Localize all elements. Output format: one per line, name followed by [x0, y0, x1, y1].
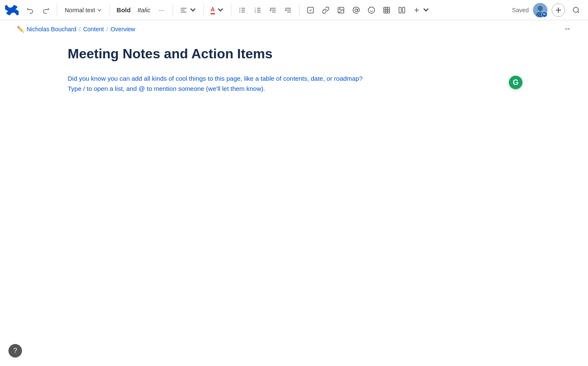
more-icon: ···: [159, 7, 164, 14]
breadcrumb-space[interactable]: Content: [83, 26, 104, 33]
grammarly-button[interactable]: G: [509, 76, 522, 89]
page-title[interactable]: Meeting Notes and Action Items: [68, 46, 520, 62]
numbered-list-button[interactable]: 123: [251, 3, 264, 17]
expand-button[interactable]: ↔: [563, 25, 571, 33]
svg-point-7: [239, 9, 240, 10]
svg-text:3: 3: [254, 11, 256, 13]
svg-point-25: [368, 7, 374, 13]
divider-5: [231, 4, 231, 16]
svg-point-8: [239, 11, 240, 12]
outdent-button[interactable]: [266, 3, 280, 17]
toolbar: Normal text Bold Italic ··· A 123: [0, 0, 588, 20]
redo-button[interactable]: [39, 3, 52, 17]
bold-button[interactable]: Bold: [114, 3, 133, 17]
breadcrumb-bar: ✏️ Nicholas Bouchard / Content / Overvie…: [0, 20, 588, 38]
avatar-wrapper[interactable]: N: [533, 3, 547, 17]
svg-point-24: [355, 9, 357, 11]
breadcrumb: ✏️ Nicholas Bouchard / Content / Overvie…: [17, 26, 135, 33]
search-button[interactable]: [569, 3, 583, 17]
hint-line2: Type / to open a list, and @ to mention …: [68, 85, 265, 92]
page-hint-text: Did you know you can add all kinds of co…: [68, 74, 376, 94]
italic-button[interactable]: Italic: [135, 3, 153, 17]
divider-1: [57, 4, 57, 16]
table-button[interactable]: [380, 3, 393, 17]
italic-icon: Italic: [137, 6, 151, 14]
hint-line1: Did you know you can add all kinds of co…: [68, 75, 363, 82]
svg-point-38: [538, 6, 543, 11]
task-button[interactable]: [304, 3, 317, 17]
help-icon: ?: [14, 347, 17, 355]
avatar-badge: N: [541, 11, 547, 17]
mention-button[interactable]: [349, 3, 363, 17]
columns-button[interactable]: [395, 3, 409, 17]
expand-icon: ↔: [563, 25, 571, 33]
breadcrumb-current-page: Overview: [110, 26, 135, 33]
svg-rect-28: [384, 7, 390, 13]
divider-3: [173, 4, 173, 16]
saved-status: Saved: [512, 7, 529, 14]
svg-point-6: [239, 8, 240, 8]
undo-button[interactable]: [24, 3, 37, 17]
text-color-button[interactable]: A: [208, 3, 227, 17]
breadcrumb-sep-1: /: [79, 26, 81, 33]
bold-icon: Bold: [117, 6, 131, 14]
text-style-selector[interactable]: Normal text: [61, 3, 105, 17]
svg-point-42: [573, 7, 578, 12]
align-button[interactable]: [177, 3, 199, 17]
divider-2: [110, 4, 110, 16]
edit-icon: ✏️: [17, 26, 24, 33]
text-style-label: Normal text: [65, 7, 95, 14]
bullet-list-button[interactable]: [236, 3, 249, 17]
text-color-icon: A: [211, 6, 215, 14]
svg-point-23: [339, 8, 340, 9]
image-button[interactable]: [334, 3, 348, 17]
new-page-button[interactable]: [552, 3, 565, 17]
divider-4: [203, 4, 204, 16]
divider-6: [299, 4, 299, 16]
svg-rect-33: [399, 7, 401, 13]
svg-line-43: [577, 11, 579, 13]
indent-button[interactable]: [281, 3, 295, 17]
insert-button[interactable]: [410, 3, 432, 17]
more-button[interactable]: ···: [155, 3, 168, 17]
help-button[interactable]: ?: [8, 344, 22, 358]
breadcrumb-author[interactable]: Nicholas Bouchard: [27, 26, 77, 33]
confluence-logo[interactable]: [5, 3, 19, 17]
link-button[interactable]: [319, 3, 332, 17]
toolbar-right: Saved N: [512, 3, 583, 17]
content-area: Meeting Notes and Action Items Did you k…: [0, 38, 588, 102]
svg-rect-34: [402, 7, 404, 13]
breadcrumb-sep-2: /: [106, 26, 108, 33]
emoji-button[interactable]: [365, 3, 378, 17]
